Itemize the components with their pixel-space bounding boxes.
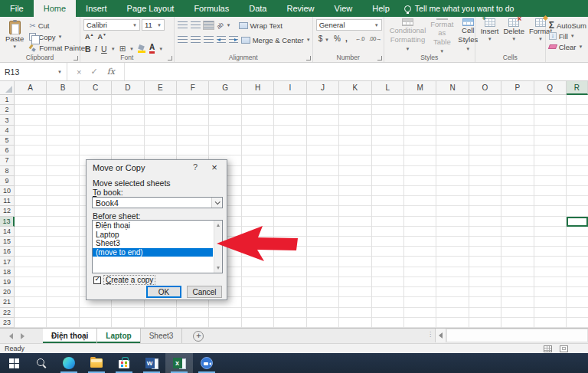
- copy-dropdown-arrow[interactable]: ▼: [57, 34, 62, 39]
- page-layout-view-button[interactable]: [560, 345, 568, 352]
- selected-cell-r13[interactable]: [567, 217, 588, 227]
- row-header-1[interactable]: 1: [0, 95, 15, 105]
- font-color-dropdown-arrow[interactable]: ▼: [158, 47, 163, 51]
- cancel-button[interactable]: Cancel: [187, 286, 222, 298]
- sheet-tab-sheet3[interactable]: Sheet3: [141, 329, 183, 343]
- orientation-button[interactable]: ab: [215, 21, 225, 31]
- taskbar-zoom-button[interactable]: [193, 353, 220, 373]
- row-header-16[interactable]: 16: [0, 247, 15, 257]
- column-header-q[interactable]: Q: [534, 81, 567, 95]
- decrease-indent-button[interactable]: [217, 36, 226, 44]
- accounting-format-button[interactable]: $ ▼: [318, 34, 329, 43]
- column-header-b[interactable]: B: [47, 81, 79, 95]
- font-color-button[interactable]: A: [149, 44, 155, 54]
- font-dialog-launcher[interactable]: [168, 56, 172, 61]
- row-header-9[interactable]: 9: [0, 176, 15, 186]
- create-copy-checkbox[interactable]: Create a copy: [93, 275, 155, 285]
- cancel-formula-icon[interactable]: ×: [77, 67, 81, 77]
- column-header-c[interactable]: C: [80, 81, 112, 95]
- name-box[interactable]: R13 ▼: [0, 63, 67, 80]
- taskbar-microsoft-store-button[interactable]: [110, 353, 138, 373]
- to-book-dropdown-arrow[interactable]: [211, 198, 222, 208]
- row-header-18[interactable]: 18: [0, 267, 15, 277]
- ribbon-tab-review[interactable]: Review: [276, 0, 324, 17]
- new-sheet-button[interactable]: +: [193, 331, 204, 342]
- cut-button[interactable]: ✂ Cut: [29, 21, 87, 31]
- number-dialog-launcher[interactable]: [377, 56, 382, 61]
- formula-input[interactable]: [125, 63, 588, 80]
- column-header-a[interactable]: A: [15, 81, 47, 95]
- sheet-list-item-move-to-end[interactable]: (move to end): [93, 248, 213, 257]
- align-middle-button[interactable]: [191, 21, 201, 29]
- clear-button[interactable]: Clear ▼: [549, 41, 586, 52]
- column-header-e[interactable]: E: [145, 81, 177, 95]
- delete-cells-button[interactable]: Delete ▼: [501, 18, 526, 53]
- fill-button[interactable]: Fill ▼: [549, 31, 586, 41]
- column-header-m[interactable]: M: [404, 81, 436, 95]
- clipboard-dialog-launcher[interactable]: [74, 56, 78, 61]
- ribbon-tab-formulas[interactable]: Formulas: [184, 0, 239, 17]
- ribbon-tab-view[interactable]: View: [325, 0, 363, 17]
- row-header-6[interactable]: 6: [0, 146, 15, 155]
- taskbar-edge-button[interactable]: [55, 353, 83, 373]
- row-header-8[interactable]: 8: [0, 166, 15, 176]
- autosum-button[interactable]: Σ AutoSum: [549, 20, 586, 31]
- ribbon-tab-home[interactable]: Home: [34, 0, 76, 17]
- underline-dropdown-arrow[interactable]: ▼: [111, 47, 116, 51]
- font-size-combo[interactable]: 11▼: [142, 19, 165, 31]
- column-header-i[interactable]: I: [274, 81, 306, 95]
- taskbar-file-explorer-button[interactable]: [83, 353, 110, 373]
- sheet-list-item-i-n-tho-i[interactable]: Điện thoại: [93, 221, 213, 231]
- horizontal-scrollbar[interactable]: [435, 329, 588, 342]
- sheet-list-item-sheet3[interactable]: Sheet3: [93, 239, 213, 248]
- column-header-f[interactable]: F: [177, 81, 209, 95]
- tell-me[interactable]: Tell me what you want to do: [404, 0, 514, 17]
- align-center-button[interactable]: [191, 36, 201, 44]
- dialog-help-button[interactable]: ?: [190, 162, 201, 172]
- column-header-j[interactable]: J: [307, 81, 339, 95]
- font-name-combo[interactable]: Calibri▼: [83, 19, 140, 31]
- column-header-d[interactable]: D: [112, 81, 144, 95]
- align-bottom-button[interactable]: [204, 21, 214, 29]
- sheet-tab-i-n-tho-i[interactable]: Điện thoại: [43, 329, 97, 343]
- bold-button[interactable]: B: [85, 44, 91, 54]
- ok-button[interactable]: OK: [146, 286, 181, 298]
- paste-button[interactable]: Paste ▼: [3, 19, 26, 53]
- select-all-corner[interactable]: [0, 81, 15, 95]
- normal-view-button[interactable]: [544, 345, 552, 352]
- row-header-10[interactable]: 10: [0, 186, 15, 196]
- column-header-h[interactable]: H: [242, 81, 274, 95]
- tab-scroll-splitter[interactable]: ⋮: [427, 331, 433, 338]
- column-header-g[interactable]: G: [209, 81, 241, 95]
- sheet-tab-laptop[interactable]: Laptop: [97, 329, 140, 343]
- align-left-button[interactable]: [178, 36, 188, 44]
- percent-style-button[interactable]: %: [334, 34, 341, 43]
- align-right-button[interactable]: [204, 36, 214, 44]
- sheet-list-item-laptop[interactable]: Laptop: [93, 231, 213, 240]
- row-header-22[interactable]: 22: [0, 308, 15, 318]
- ribbon-tab-help[interactable]: Help: [362, 0, 400, 17]
- grow-font-button[interactable]: A▲: [85, 32, 93, 41]
- column-header-l[interactable]: L: [372, 81, 404, 95]
- orientation-dropdown-arrow[interactable]: ▼: [227, 23, 231, 28]
- taskbar-search-button[interactable]: [28, 353, 55, 373]
- borders-button[interactable]: ⊞: [119, 44, 126, 53]
- row-header-3[interactable]: 3: [0, 115, 15, 125]
- align-top-button[interactable]: [178, 21, 188, 29]
- column-header-o[interactable]: O: [469, 81, 501, 95]
- row-header-2[interactable]: 2: [0, 105, 15, 115]
- comma-style-button[interactable]: ,: [345, 34, 348, 43]
- decrease-decimal-button[interactable]: .00→: [369, 35, 381, 42]
- merge-center-button[interactable]: Merge & Center ▼: [241, 36, 311, 44]
- alignment-dialog-launcher[interactable]: [306, 56, 311, 61]
- row-header-11[interactable]: 11: [0, 196, 15, 206]
- row-header-20[interactable]: 20: [0, 287, 15, 297]
- paste-dropdown-arrow[interactable]: ▼: [12, 44, 17, 50]
- taskbar-excel-button[interactable]: [165, 353, 193, 373]
- dialog-close-button[interactable]: ×: [208, 162, 220, 173]
- row-header-5[interactable]: 5: [0, 136, 15, 146]
- ribbon-tab-page-layout[interactable]: Page Layout: [117, 0, 185, 17]
- borders-dropdown-arrow[interactable]: ▼: [129, 47, 134, 51]
- shrink-font-button[interactable]: A▼: [97, 32, 106, 41]
- enter-formula-icon[interactable]: ✓: [90, 67, 97, 77]
